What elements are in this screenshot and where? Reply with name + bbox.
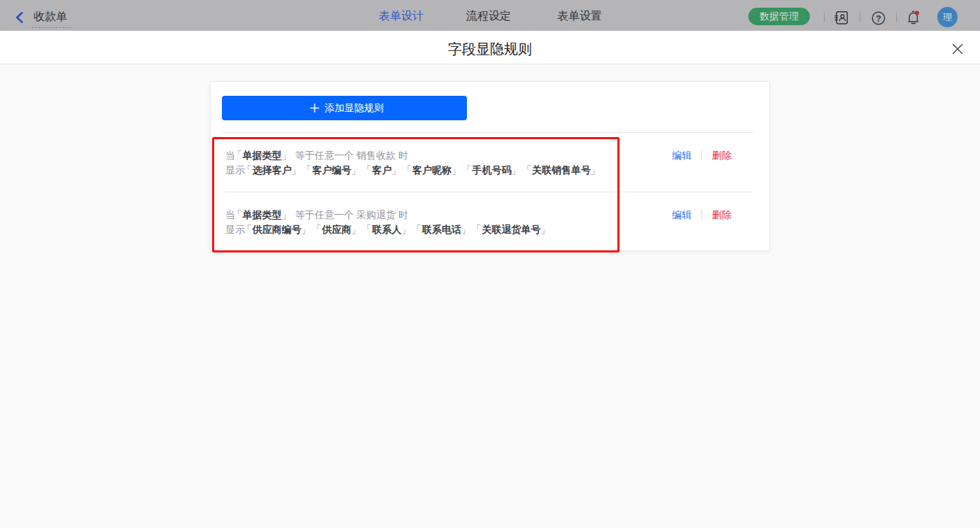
svg-text:?: ? (876, 13, 881, 24)
